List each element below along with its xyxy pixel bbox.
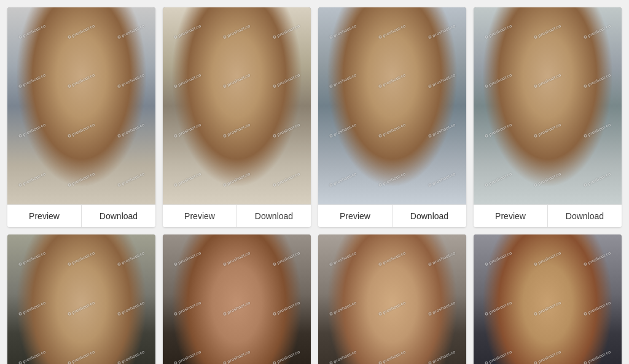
- card-image-2: ⚙ proshoot.co ⚙ proshoot.co ⚙ proshoot.c…: [163, 7, 311, 204]
- photo-card-3: ⚙ proshoot.co ⚙ proshoot.co ⚙ proshoot.c…: [318, 7, 466, 227]
- photo-6: [163, 234, 311, 364]
- download-button-1[interactable]: Download: [82, 205, 155, 227]
- photo-2: [163, 7, 311, 204]
- card-image-5: ⚙ proshoot.co ⚙ proshoot.co ⚙ proshoot.c…: [7, 234, 155, 364]
- photo-3: [318, 7, 466, 204]
- photo-1: [7, 7, 155, 204]
- card-image-1: ⚙ proshoot.co ⚙ proshoot.co ⚙ proshoot.c…: [7, 7, 155, 204]
- photo-grid: ⚙ proshoot.co ⚙ proshoot.co ⚙ proshoot.c…: [7, 7, 622, 364]
- photo-card-8: ⚙ proshoot.co ⚙ proshoot.co ⚙ proshoot.c…: [474, 234, 622, 364]
- photo-4: [474, 7, 622, 204]
- card-image-4: ⚙ proshoot.co ⚙ proshoot.co ⚙ proshoot.c…: [474, 7, 622, 204]
- preview-button-3[interactable]: Preview: [318, 205, 393, 227]
- card-image-8: ⚙ proshoot.co ⚙ proshoot.co ⚙ proshoot.c…: [474, 234, 622, 364]
- card-actions-4: Preview Download: [474, 204, 622, 227]
- photo-8: [474, 234, 622, 364]
- photo-card-7: ⚙ proshoot.co ⚙ proshoot.co ⚙ proshoot.c…: [318, 234, 466, 364]
- card-image-3: ⚙ proshoot.co ⚙ proshoot.co ⚙ proshoot.c…: [318, 7, 466, 204]
- card-image-7: ⚙ proshoot.co ⚙ proshoot.co ⚙ proshoot.c…: [318, 234, 466, 364]
- photo-5: [7, 234, 155, 364]
- preview-button-2[interactable]: Preview: [163, 205, 237, 227]
- card-image-6: ⚙ proshoot.co ⚙ proshoot.co ⚙ proshoot.c…: [163, 234, 311, 364]
- card-actions-1: Preview Download: [7, 204, 155, 227]
- download-button-3[interactable]: Download: [393, 205, 466, 227]
- download-button-2[interactable]: Download: [237, 205, 311, 227]
- photo-card-4: ⚙ proshoot.co ⚙ proshoot.co ⚙ proshoot.c…: [474, 7, 622, 227]
- download-button-4[interactable]: Download: [548, 205, 622, 227]
- preview-button-1[interactable]: Preview: [7, 205, 82, 227]
- photo-7: [318, 234, 466, 364]
- preview-button-4[interactable]: Preview: [474, 205, 548, 227]
- photo-card-2: ⚙ proshoot.co ⚙ proshoot.co ⚙ proshoot.c…: [163, 7, 311, 227]
- photo-card-6: ⚙ proshoot.co ⚙ proshoot.co ⚙ proshoot.c…: [163, 234, 311, 364]
- photo-card-1: ⚙ proshoot.co ⚙ proshoot.co ⚙ proshoot.c…: [7, 7, 155, 227]
- card-actions-3: Preview Download: [318, 204, 466, 227]
- photo-card-5: ⚙ proshoot.co ⚙ proshoot.co ⚙ proshoot.c…: [7, 234, 155, 364]
- card-actions-2: Preview Download: [163, 204, 311, 227]
